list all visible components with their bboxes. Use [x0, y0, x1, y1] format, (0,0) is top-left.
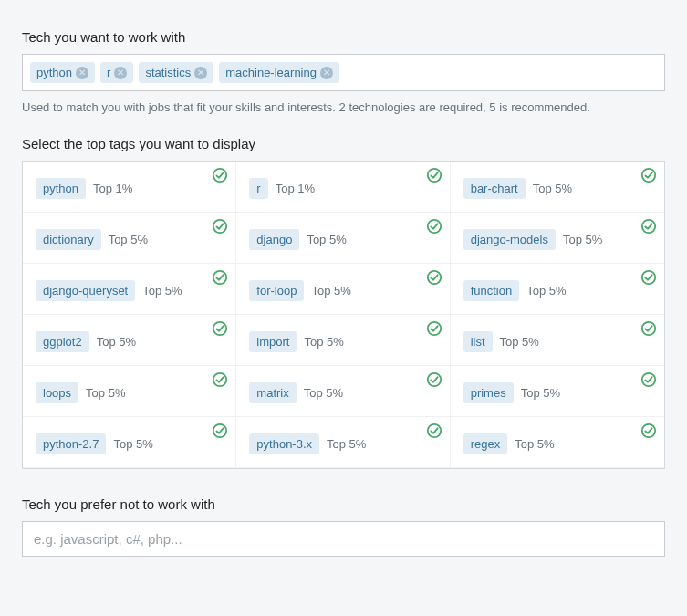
svg-point-13	[427, 373, 440, 386]
tag-badge: regex	[463, 433, 508, 454]
svg-point-3	[213, 220, 226, 233]
tech-want-input-box[interactable]: python✕r✕statistics✕machine-learning✕	[22, 54, 665, 91]
svg-point-9	[213, 322, 226, 335]
tag-chip[interactable]: statistics✕	[139, 62, 213, 83]
tag-badge: django	[249, 229, 299, 250]
tag-cell[interactable]: for-loopTop 5%	[236, 264, 450, 315]
svg-point-17	[642, 424, 655, 437]
checkmark-circle-icon	[640, 269, 657, 286]
tag-cell[interactable]: primesTop 5%	[451, 366, 664, 417]
checkmark-circle-icon	[426, 371, 442, 388]
checkmark-circle-icon	[640, 320, 657, 337]
checkmark-circle-icon	[640, 423, 657, 439]
tag-badge: function	[463, 280, 520, 301]
tag-cell[interactable]: loopsTop 5%	[23, 366, 236, 417]
svg-point-4	[427, 220, 440, 233]
tag-rank: Top 5%	[86, 386, 125, 400]
top-tags-grid: pythonTop 1%rTop 1%bar-chartTop 5%dictio…	[22, 161, 665, 469]
svg-point-6	[213, 271, 226, 284]
tag-cell[interactable]: pythonTop 1%	[23, 162, 236, 213]
tag-badge: for-loop	[249, 280, 304, 301]
svg-point-10	[427, 322, 440, 335]
checkmark-circle-icon	[426, 423, 442, 439]
tag-badge: r	[249, 178, 267, 199]
tag-cell[interactable]: importTop 5%	[236, 315, 450, 366]
tag-badge: python	[36, 178, 86, 199]
tag-cell[interactable]: regexTop 5%	[451, 417, 664, 468]
tag-cell[interactable]: functionTop 5%	[451, 264, 664, 315]
tag-chip-label: r	[107, 66, 110, 79]
tag-rank: Top 5%	[500, 335, 539, 349]
close-icon[interactable]: ✕	[320, 67, 333, 79]
svg-point-0	[213, 169, 226, 182]
close-icon[interactable]: ✕	[194, 67, 207, 79]
checkmark-circle-icon	[212, 167, 228, 183]
tag-chip[interactable]: python✕	[30, 62, 95, 83]
checkmark-circle-icon	[426, 320, 442, 337]
tag-chip-label: machine-learning	[225, 66, 317, 79]
tag-chip-label: python	[36, 66, 72, 79]
checkmark-circle-icon	[426, 269, 442, 286]
tag-cell[interactable]: python-2.7Top 5%	[23, 417, 236, 468]
svg-point-14	[642, 373, 655, 386]
tag-badge: loops	[36, 382, 78, 403]
tag-cell[interactable]: ggplot2Top 5%	[23, 315, 236, 366]
tag-cell[interactable]: matrixTop 5%	[236, 366, 450, 417]
svg-point-12	[213, 373, 226, 386]
tag-badge: ggplot2	[36, 331, 89, 352]
svg-point-8	[642, 271, 655, 284]
checkmark-circle-icon	[212, 269, 228, 286]
tag-cell[interactable]: django-querysetTop 5%	[23, 264, 236, 315]
tag-badge: primes	[463, 382, 514, 403]
tag-cell[interactable]: django-modelsTop 5%	[451, 213, 664, 264]
tag-rank: Top 5%	[304, 386, 343, 400]
tag-badge: import	[249, 331, 297, 352]
tag-rank: Top 5%	[526, 284, 566, 298]
tag-rank: Top 5%	[113, 437, 152, 451]
tag-badge: python-2.7	[36, 433, 106, 454]
checkmark-circle-icon	[640, 371, 657, 388]
tag-rank: Top 1%	[276, 182, 315, 195]
tag-badge: dictionary	[36, 229, 101, 250]
tag-rank: Top 5%	[304, 335, 343, 349]
tag-chip[interactable]: r✕	[100, 62, 133, 83]
checkmark-circle-icon	[640, 218, 657, 235]
tag-rank: Top 5%	[311, 284, 350, 298]
tag-rank: Top 1%	[93, 182, 132, 195]
svg-point-1	[427, 169, 440, 182]
tag-badge: list	[463, 331, 493, 352]
svg-point-5	[642, 220, 655, 233]
tag-rank: Top 5%	[142, 284, 182, 298]
tag-badge: bar-chart	[463, 178, 526, 199]
tag-cell[interactable]: dictionaryTop 5%	[23, 213, 236, 264]
checkmark-circle-icon	[426, 167, 442, 183]
tag-rank: Top 5%	[521, 386, 560, 400]
checkmark-circle-icon	[212, 320, 228, 337]
tag-cell[interactable]: rTop 1%	[236, 162, 450, 213]
checkmark-circle-icon	[212, 218, 228, 235]
svg-point-7	[427, 271, 440, 284]
tag-cell[interactable]: listTop 5%	[451, 315, 664, 366]
svg-point-2	[642, 169, 655, 182]
tag-rank: Top 5%	[327, 437, 366, 451]
svg-point-11	[642, 322, 655, 335]
checkmark-circle-icon	[212, 371, 228, 388]
checkmark-circle-icon	[212, 423, 228, 439]
tag-cell[interactable]: bar-chartTop 5%	[451, 162, 664, 213]
checkmark-circle-icon	[640, 167, 657, 183]
close-icon[interactable]: ✕	[114, 67, 127, 79]
tag-cell[interactable]: djangoTop 5%	[236, 213, 450, 264]
tag-cell[interactable]: python-3.xTop 5%	[236, 417, 450, 468]
tech-want-help-text: Used to match you with jobs that fit you…	[22, 100, 665, 114]
tag-badge: matrix	[249, 382, 296, 403]
tag-badge: django-models	[463, 229, 556, 250]
tag-badge: python-3.x	[249, 433, 319, 454]
close-icon[interactable]: ✕	[76, 67, 88, 79]
tag-chip[interactable]: machine-learning✕	[219, 62, 339, 83]
tag-rank: Top 5%	[307, 233, 346, 246]
tag-rank: Top 5%	[515, 437, 554, 451]
top-tags-label: Select the top tags you want to display	[22, 136, 665, 151]
tag-badge: django-queryset	[36, 280, 135, 301]
tag-chip-label: statistics	[145, 66, 191, 79]
tech-avoid-input[interactable]	[22, 521, 665, 557]
